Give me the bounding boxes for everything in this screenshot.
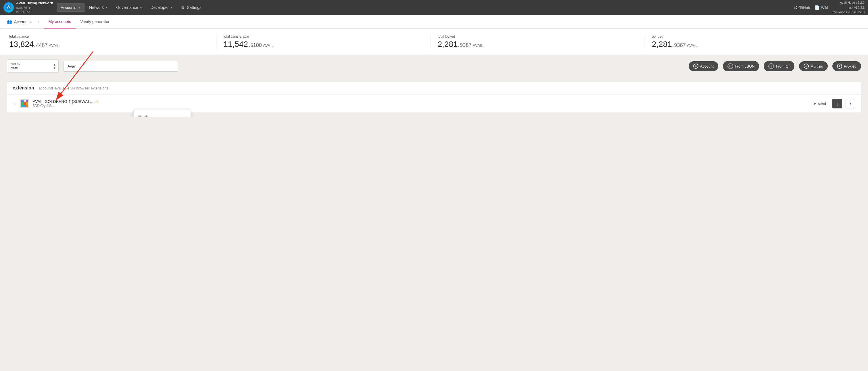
github-link[interactable]: ⑆ GitHub [795,5,810,10]
accounts-chevron-icon: ▼ [78,6,81,9]
total-balance-stat: total balance 13,824.4487AVAIL [9,34,216,49]
section-subtitle: accounts available via browser extension… [39,86,108,90]
main-content: extension accounts available via browser… [0,77,868,117]
network-chevron-icon: ▼ [105,6,108,9]
developer-chevron-icon: ▼ [170,6,173,9]
three-dots-icon: ⋮ [835,101,840,107]
sort-up-icon: ▲ [53,63,56,66]
sort-arrows[interactable]: ▲ ▼ [51,62,58,71]
github-icon: ⑆ [795,5,797,10]
brand-text: Avail Turing Network avail/39 ▼ #1,047,4… [16,1,53,14]
send-icon: ➤ [813,101,816,106]
sort-value: date [11,66,18,70]
svg-rect-5 [24,103,26,105]
account-name: AVAIL GOLDBERG 1 (SUBWAL... ⚠ [33,99,807,104]
nav-right-area: ⑆ GitHub 📄 Wiki Avail Node v2.2.0 api v1… [795,0,865,15]
add-account-plus-icon: + [693,63,699,69]
total-balance-label: total balance [9,34,209,38]
three-dots-button[interactable]: ⋮ [832,98,842,108]
secondary-navigation: 👥 Accounts › My accounts Vanity generato… [0,15,868,29]
total-locked-value: 2,281.9387AVAIL [438,40,638,49]
account-identicon [20,99,29,108]
governance-chevron-icon: ▼ [140,6,143,9]
multisig-button[interactable]: + Multisig [799,61,828,71]
favorite-star-icon[interactable]: ☆ [13,101,17,107]
from-json-button[interactable]: ↻ From JSON [723,61,760,71]
from-qr-button[interactable]: ⊞ From Qr [764,61,794,71]
proxied-plus-icon: + [837,63,842,69]
accounts-nav-button[interactable]: Accounts ▼ [57,3,85,12]
from-json-icon: ↻ [727,63,733,69]
svg-rect-9 [26,105,28,107]
total-balance-value: 13,824.4487AVAIL [9,40,209,49]
send-button[interactable]: ➤ send [810,99,829,108]
app-logo [3,2,14,13]
settings-icon: ⚙ [181,5,185,10]
wiki-link[interactable]: 📄 Wiki [814,5,828,10]
total-locked-stat: total locked 2,281.9387AVAIL [431,34,645,49]
subnav-accounts-icon: 👥 [7,19,12,24]
expand-button[interactable]: ▼ [845,98,855,108]
filter-input[interactable] [64,61,178,71]
total-transferable-stat: total transferable 11,542.5100AVAIL [216,34,431,49]
multisig-plus-icon: + [804,63,809,69]
svg-rect-4 [21,103,24,105]
governance-nav-item[interactable]: Governance ▼ [112,3,146,11]
warning-icon: ⚠ [95,99,99,104]
filter-input-container[interactable] [63,61,178,72]
sort-selector[interactable]: sort by date ▲ ▼ [7,60,59,73]
accounts-toolbar: sort by date ▲ ▼ + Account ↻ From JSON ⊞… [0,55,868,77]
svg-rect-2 [24,100,26,103]
wiki-icon: 📄 [814,5,819,10]
identity-section-label: Identity [134,112,191,117]
network-name: Avail Turing Network [16,1,53,6]
svg-rect-7 [21,105,24,107]
sort-inner: sort by date [7,60,51,73]
section-title: extension [13,85,34,90]
svg-rect-8 [24,105,26,107]
brand-logo-area: Avail Turing Network avail/39 ▼ #1,047,4… [3,1,53,14]
subnav-divider: › [38,19,39,25]
svg-rect-1 [21,100,24,103]
bonded-value: 2,281.9387AVAIL [652,40,852,49]
expand-chevron-icon: ▼ [849,102,852,106]
total-transferable-value: 11,542.5100AVAIL [223,40,423,49]
extension-section: extension accounts available via browser… [7,82,861,112]
tab-my-accounts[interactable]: My accounts [44,15,76,28]
context-dropdown-menu: Identity 🔗 Set on-chain identity Delegat… [133,110,191,117]
section-header: extension accounts available via browser… [7,82,861,94]
network-nav-item[interactable]: Network ▼ [85,3,112,11]
add-account-button[interactable]: + Account [689,61,718,71]
developer-nav-item[interactable]: Developer ▼ [146,3,177,11]
sort-down-icon: ▼ [53,66,56,69]
tab-vanity-generator[interactable]: Vanity generator [75,15,114,28]
bonded-label: bonded [652,34,852,38]
settings-nav-item[interactable]: ⚙ Settings [177,3,206,11]
account-address: 5DDY2yzh8... [33,104,807,108]
from-qr-icon: ⊞ [768,63,774,69]
top-navigation: Avail Turing Network avail/39 ▼ #1,047,4… [0,0,868,15]
subnav-accounts-link[interactable]: 👥 Accounts [7,19,31,24]
total-transferable-label: total transferable [223,34,423,38]
total-locked-label: total locked [438,34,638,38]
bonded-stat: bonded 2,281.9387AVAIL [645,34,859,49]
svg-rect-3 [26,100,28,103]
node-info-text: Avail Node v2.2.0 api v14.3.1 avail-apps… [833,0,865,15]
svg-rect-6 [26,103,28,105]
sort-label: sort by [11,62,48,65]
network-sub: avail/39 ▼ #1,047,431 [16,6,53,14]
account-info: AVAIL GOLDBERG 1 (SUBWAL... ⚠ 5DDY2yzh8.… [33,99,807,108]
account-row: ☆ AVAIL GOLDBERG 1 (SUBWAL... ⚠ [7,94,861,112]
proxied-button[interactable]: + Proxied [832,61,861,71]
stats-bar: total balance 13,824.4487AVAIL total tra… [0,29,868,55]
